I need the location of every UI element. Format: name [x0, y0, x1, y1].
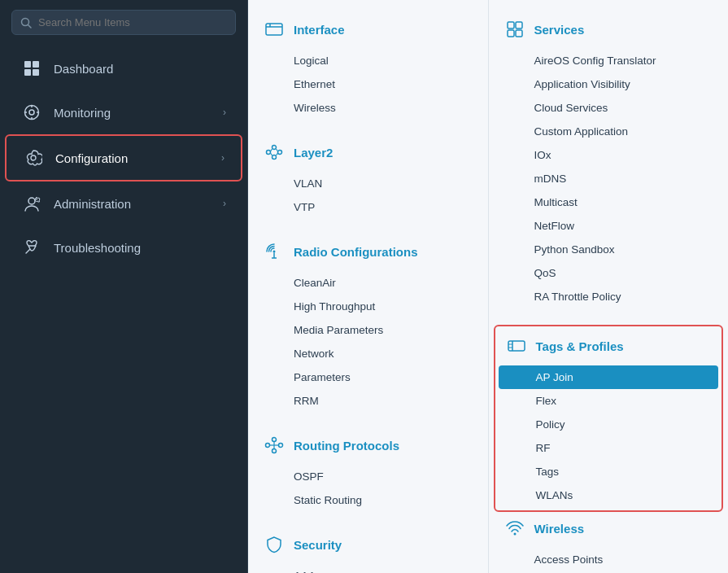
menu-item-parameters[interactable]: Parameters	[256, 365, 480, 389]
menu-section-tags-profiles: Tags & Profiles AP Join Flex Policy RF T…	[494, 325, 724, 512]
menu-item-mdns[interactable]: mDNS	[497, 167, 721, 190]
menu-item-apjoin[interactable]: AP Join	[499, 365, 719, 389]
section-title-radio: Radio Configurations	[294, 245, 418, 259]
sidebar-item-label: Troubleshooting	[54, 241, 226, 255]
menu-item-network[interactable]: Network	[256, 342, 480, 365]
svg-line-24	[271, 153, 272, 155]
menu-item-tags[interactable]: Tags	[499, 460, 719, 483]
layer2-icon	[263, 141, 286, 164]
svg-rect-36	[516, 22, 522, 28]
svg-point-21	[272, 155, 277, 160]
sidebar-item-configuration[interactable]: Configuration ›	[5, 134, 242, 182]
sidebar-nav: Dashboard Monitoring ›	[0, 46, 247, 269]
menu-item-wireless[interactable]: Wireless	[256, 96, 480, 120]
section-title-services: Services	[534, 23, 585, 37]
main-content: Interface Logical Ethernet Wireless	[248, 0, 728, 573]
svg-point-26	[273, 251, 276, 253]
svg-rect-39	[508, 341, 525, 351]
menu-item-iox[interactable]: IOx	[497, 143, 721, 167]
menu-item-qos[interactable]: QoS	[497, 261, 721, 285]
menu-item-cleanair[interactable]: CleanAir	[256, 271, 480, 295]
menu-section-security: Security AAA ACL	[256, 528, 480, 573]
menu-item-accesspoints[interactable]: Access Points	[497, 548, 721, 571]
menu-item-pythonsandbox[interactable]: Python Sandbox	[497, 238, 721, 261]
monitoring-icon	[21, 102, 42, 123]
search-icon	[20, 17, 32, 28]
troubleshooting-icon	[21, 237, 42, 258]
menu-item-policy[interactable]: Policy	[499, 413, 719, 436]
menu-item-rathrottle[interactable]: RA Throttle Policy	[497, 285, 721, 308]
radio-icon	[263, 240, 286, 263]
svg-point-13	[28, 198, 35, 204]
menu-column-2: Services AireOS Config Translator Applic…	[489, 0, 729, 573]
section-header-layer2: Layer2	[256, 136, 480, 168]
menu-item-multicast[interactable]: Multicast	[497, 190, 721, 214]
menu-item-vlan[interactable]: VLAN	[256, 172, 480, 195]
section-title-interface: Interface	[294, 23, 345, 37]
menu-item-rf[interactable]: RF	[499, 436, 719, 460]
search-container	[0, 10, 247, 46]
svg-line-1	[28, 24, 32, 28]
menu-item-ospf[interactable]: OSPF	[256, 465, 480, 488]
dashboard-icon	[21, 58, 42, 79]
svg-rect-38	[516, 30, 522, 37]
menu-item-logical[interactable]: Logical	[256, 49, 480, 72]
wireless-icon	[503, 517, 526, 540]
menu-item-appvisibility[interactable]: Application Visibility	[497, 72, 721, 96]
menu-item-mediaparams[interactable]: Media Parameters	[256, 318, 480, 342]
svg-point-18	[267, 151, 271, 155]
section-header-services: Services	[497, 13, 721, 46]
menu-item-wlans[interactable]: WLANs	[499, 483, 719, 507]
routing-icon	[263, 434, 286, 457]
sidebar-item-troubleshooting[interactable]: Troubleshooting	[5, 225, 242, 269]
search-box[interactable]	[11, 10, 236, 35]
svg-point-29	[266, 444, 270, 448]
menu-item-aaa[interactable]: AAA	[256, 564, 480, 573]
svg-rect-37	[508, 30, 514, 37]
menu-section-routing: Routing Protocols OSPF Static Routing	[256, 429, 480, 512]
menu-item-aireos[interactable]: AireOS Config Translator	[497, 49, 721, 72]
section-title-wireless: Wireless	[534, 522, 585, 536]
menu-section-services: Services AireOS Config Translator Applic…	[497, 13, 721, 308]
section-header-wireless: Wireless	[497, 512, 721, 545]
menu-item-rrm[interactable]: RRM	[256, 389, 480, 413]
menu-item-flex[interactable]: Flex	[499, 389, 719, 413]
menu-item-highthroughput[interactable]: High Throughput	[256, 295, 480, 318]
menu-item-staticrouting[interactable]: Static Routing	[256, 488, 480, 512]
svg-point-14	[36, 199, 37, 200]
svg-line-25	[277, 153, 278, 155]
sidebar-item-monitoring[interactable]: Monitoring ›	[5, 90, 242, 134]
svg-point-6	[25, 106, 39, 120]
section-header-routing: Routing Protocols	[256, 429, 480, 461]
menu-column-1: Interface Logical Ethernet Wireless	[248, 0, 489, 573]
menu-item-cloudservices[interactable]: Cloud Services	[497, 96, 721, 120]
sidebar-item-dashboard[interactable]: Dashboard	[5, 46, 242, 90]
section-header-security: Security	[256, 528, 480, 561]
menu-item-netflow[interactable]: NetFlow	[497, 214, 721, 238]
svg-rect-3	[33, 61, 39, 68]
menu-section-wireless: Wireless Access Points	[497, 512, 721, 571]
menu-item-ethernet[interactable]: Ethernet	[256, 72, 480, 96]
administration-icon	[21, 193, 42, 214]
chevron-right-icon: ›	[223, 107, 226, 118]
section-title-routing: Routing Protocols	[294, 439, 399, 453]
search-input[interactable]	[38, 16, 227, 28]
svg-point-7	[29, 110, 34, 115]
svg-rect-35	[508, 22, 514, 28]
configuration-icon	[23, 147, 44, 168]
svg-rect-4	[24, 69, 31, 76]
svg-point-20	[278, 151, 282, 155]
svg-rect-2	[24, 61, 31, 68]
sidebar: Dashboard Monitoring ›	[0, 0, 248, 573]
menu-item-customapp[interactable]: Custom Application	[497, 120, 721, 143]
section-title-tags-profiles: Tags & Profiles	[536, 339, 624, 353]
menu-item-vtp[interactable]: VTP	[256, 195, 480, 219]
tags-profiles-icon	[505, 335, 528, 357]
sidebar-item-administration[interactable]: Administration ›	[5, 182, 242, 225]
svg-point-30	[279, 444, 283, 448]
section-header-tags-profiles: Tags & Profiles	[499, 330, 719, 362]
menu-section-radio: Radio Configurations CleanAir High Throu…	[256, 235, 480, 413]
sidebar-item-label: Dashboard	[54, 62, 226, 76]
section-header-interface: Interface	[256, 13, 480, 46]
svg-rect-15	[266, 24, 282, 35]
